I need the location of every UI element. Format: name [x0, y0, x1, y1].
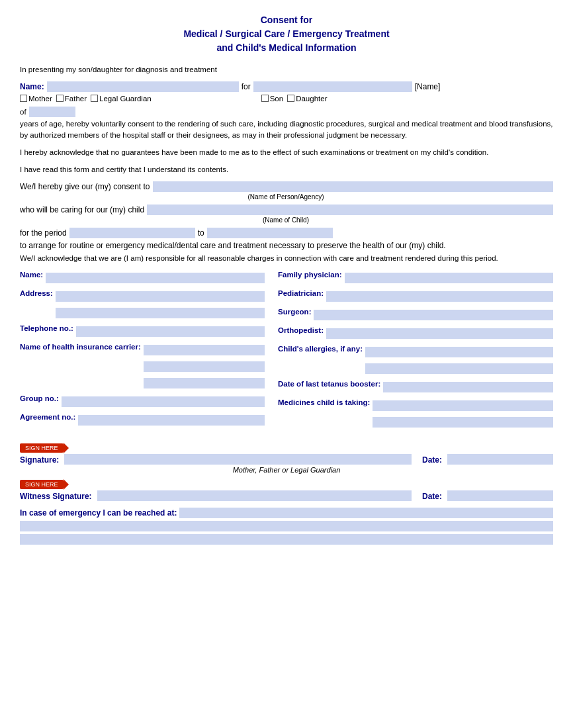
group-label: Group no.:	[20, 394, 59, 402]
agreement-row: Agreement no.:	[20, 413, 265, 428]
for-label: for	[242, 82, 251, 91]
witness-arrow-row: SIGN HERE	[20, 479, 553, 489]
group-row: Group no.:	[20, 394, 265, 409]
legal-guardian-checkbox[interactable]	[91, 95, 98, 102]
tetanus-row: Date of last tetanus booster:	[278, 380, 553, 394]
left-name-label: Name:	[20, 271, 43, 279]
emergency-input-3[interactable]	[20, 534, 553, 545]
allergies-input-1[interactable]	[365, 347, 553, 357]
title-line2: Medical / Surgical Care / Emergency Trea…	[20, 27, 553, 41]
son-checkbox[interactable]	[261, 95, 269, 102]
title-section: Consent for Medical / Surgical Care / Em…	[20, 13, 553, 55]
tetanus-input[interactable]	[383, 382, 553, 392]
child-care-input[interactable]	[147, 205, 553, 215]
agreement-label: Agreement no.:	[20, 413, 75, 421]
left-name-input[interactable]	[46, 273, 265, 283]
age-text-2: years of age, hereby voluntarily consent…	[20, 118, 553, 142]
daughter-checkbox-item: Daughter	[287, 95, 327, 103]
witness-date-input[interactable]	[447, 490, 553, 501]
period-end-text: to arrange for routine or emergency medi…	[20, 241, 446, 250]
name-label: Name:	[20, 82, 44, 91]
signature-input[interactable]	[64, 454, 412, 465]
paragraph2: I have read this form and certify that I…	[20, 164, 553, 176]
consent-to-row: We/I hereby give our (my) consent to	[20, 181, 553, 192]
title-line3: and Child's Medical Information	[20, 41, 553, 55]
sign-here-arrow: SIGN HERE	[20, 443, 64, 453]
orthopedist-input[interactable]	[326, 328, 553, 339]
medicines-input-1[interactable]	[373, 400, 553, 411]
signature-arrow-row: SIGN HERE	[20, 443, 553, 453]
surgeon-row: Surgeon:	[278, 308, 553, 322]
witness-sign-here-arrow: SIGN HERE	[20, 480, 64, 489]
caring-row: who will be caring for our (my) child	[20, 205, 553, 215]
left-name-row: Name:	[20, 271, 265, 285]
medicines-input-2[interactable]	[373, 417, 553, 428]
address-label: Address:	[20, 289, 53, 297]
two-col-section: Name: Address: Telephone no.: Name of he…	[20, 271, 553, 433]
emergency-row: In case of emergency I can be reached at…	[20, 508, 553, 518]
mother-checkbox-item: Mother	[20, 95, 52, 103]
address-row: Address:	[20, 289, 265, 320]
father-label: Father	[65, 95, 87, 103]
father-checkbox-item: Father	[56, 95, 87, 103]
family-physician-input[interactable]	[345, 273, 553, 283]
daughter-checkbox[interactable]	[287, 95, 294, 102]
orthopedist-label: Orthopedist:	[278, 326, 324, 334]
telephone-label: Telephone no.:	[20, 324, 73, 332]
child-name-input[interactable]	[253, 81, 412, 92]
tetanus-label: Date of last tetanus booster:	[278, 380, 380, 388]
consent-to-input[interactable]	[153, 181, 553, 192]
name-input[interactable]	[47, 81, 239, 92]
surgeon-input[interactable]	[314, 310, 553, 320]
allergies-row: Child's allergies, if any:	[278, 345, 553, 376]
emergency-label: In case of emergency I can be reached at…	[20, 508, 177, 518]
allergies-label: Child's allergies, if any:	[278, 345, 363, 353]
period-end-input[interactable]	[207, 228, 333, 238]
medicines-row: Medicines child is taking:	[278, 398, 553, 430]
allergies-input-2[interactable]	[365, 363, 553, 374]
age-row: of years of age, hereby voluntarily cons…	[20, 107, 553, 142]
legal-guardian-checkbox-item: Legal Guardian	[91, 95, 152, 103]
signature-date-input[interactable]	[447, 454, 553, 465]
paragraph1: I hereby acknowledge that no guarantees …	[20, 147, 553, 159]
checkbox-group: Mother Father Legal Guardian Son Daughte…	[20, 95, 553, 103]
to-label: to	[198, 228, 204, 238]
caring-label: who will be caring for our (my) child	[20, 205, 144, 214]
daughter-label: Daughter	[296, 95, 327, 103]
insurance-input-3[interactable]	[144, 378, 265, 388]
insurance-label: Name of health insurance carrier:	[20, 343, 141, 351]
family-physician-row: Family physician:	[278, 271, 553, 285]
orthopedist-row: Orthopedist:	[278, 326, 553, 341]
witness-signature-label: Witness Signature:	[20, 492, 92, 501]
mother-label: Mother	[28, 95, 52, 103]
address-input-2[interactable]	[56, 308, 265, 318]
period-label: for the period	[20, 228, 67, 238]
telephone-input[interactable]	[76, 326, 265, 337]
witness-date-label: Date:	[422, 492, 442, 501]
signature-label: Signature:	[20, 455, 59, 465]
telephone-row: Telephone no.:	[20, 324, 265, 339]
name-end-label: [Name]	[415, 82, 441, 91]
insurance-input-1[interactable]	[144, 345, 265, 355]
family-physician-label: Family physician:	[278, 271, 342, 279]
age-input[interactable]	[29, 107, 75, 117]
father-checkbox[interactable]	[56, 95, 64, 102]
left-column: Name: Address: Telephone no.: Name of he…	[20, 271, 265, 433]
son-checkbox-item: Son	[261, 95, 283, 103]
son-label: Son	[270, 95, 283, 103]
period-row: for the period to to arrange for routine…	[20, 228, 553, 250]
group-input[interactable]	[62, 396, 265, 407]
emergency-input[interactable]	[179, 508, 553, 518]
intro-text: In presenting my son/daughter for diagno…	[20, 64, 553, 76]
mother-checkbox[interactable]	[20, 95, 27, 102]
pediatrician-input[interactable]	[326, 291, 553, 302]
emergency-input-2[interactable]	[20, 521, 553, 531]
period-start-input[interactable]	[69, 228, 195, 238]
insurance-input-2[interactable]	[144, 361, 265, 372]
legal-guardian-label: Legal Guardian	[99, 95, 152, 103]
agreement-input[interactable]	[78, 415, 265, 426]
witness-signature-input[interactable]	[97, 490, 412, 501]
address-input-1[interactable]	[56, 291, 265, 302]
date-label: Date:	[422, 455, 442, 465]
pediatrician-row: Pediatrician:	[278, 289, 553, 304]
